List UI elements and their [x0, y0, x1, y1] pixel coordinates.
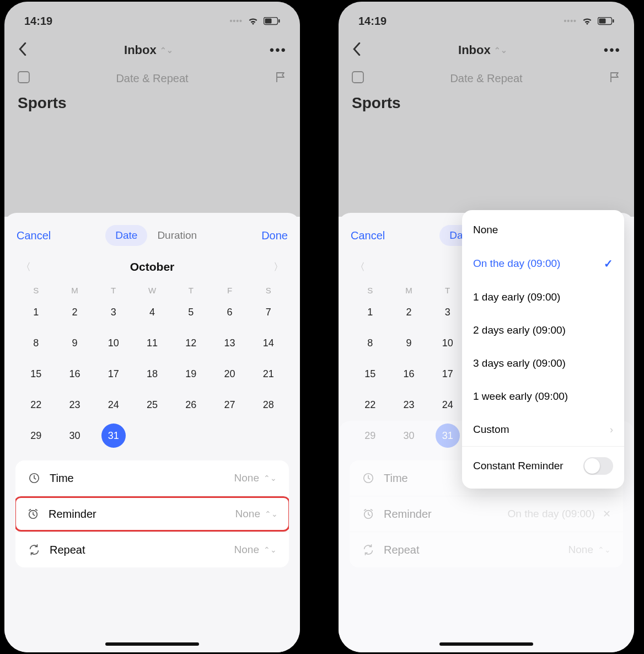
day-cell[interactable]: 2: [55, 302, 94, 323]
day-cell[interactable]: 17: [94, 363, 133, 384]
done-button[interactable]: Done: [261, 229, 288, 242]
wifi-icon: [581, 17, 593, 25]
day-cell[interactable]: 17: [428, 363, 467, 384]
day-cell[interactable]: 13: [210, 333, 249, 353]
day-cell[interactable]: 1: [17, 302, 55, 323]
day-cell[interactable]: 8: [17, 333, 55, 353]
weekday: M: [389, 286, 428, 295]
popover-on-the-day[interactable]: On the day (09:00)✓: [462, 246, 624, 281]
checkbox-icon[interactable]: [352, 71, 364, 85]
prev-month-icon[interactable]: 〈: [355, 260, 365, 274]
title-updown-icon: ⌃⌄: [494, 46, 507, 55]
day-cell[interactable]: 18: [133, 363, 171, 384]
day-cell[interactable]: 21: [249, 363, 288, 384]
day-cell[interactable]: 16: [389, 363, 428, 384]
popover-custom[interactable]: Custom›: [462, 413, 624, 446]
day-cell[interactable]: 20: [210, 363, 249, 384]
day-cell[interactable]: 2: [389, 302, 428, 323]
time-value: None: [234, 472, 259, 484]
task-title[interactable]: Sports: [4, 91, 300, 115]
day-cell[interactable]: 24: [428, 394, 467, 415]
day-cell[interactable]: 23: [389, 394, 428, 415]
day-cell[interactable]: 4: [133, 302, 171, 323]
popover-label: 1 week early (09:00): [473, 390, 568, 403]
prev-month-icon[interactable]: 〈: [21, 260, 31, 274]
cancel-button[interactable]: Cancel: [17, 229, 51, 242]
day-cell[interactable]: 29: [17, 425, 55, 446]
popover-1-day[interactable]: 1 day early (09:00): [462, 281, 624, 314]
home-indicator[interactable]: [105, 642, 199, 646]
back-icon[interactable]: [352, 42, 362, 58]
day-cell[interactable]: 15: [17, 363, 55, 384]
day-cell[interactable]: 6: [210, 302, 249, 323]
svg-rect-9: [352, 72, 363, 83]
popover-2-days[interactable]: 2 days early (09:00): [462, 314, 624, 347]
flag-icon[interactable]: [609, 71, 621, 85]
more-icon[interactable]: •••: [270, 42, 287, 58]
cell-dots-icon: ••••: [229, 17, 243, 25]
options-card: Time None⌃⌄ Reminder None⌃⌄ Repeat None⌃…: [15, 460, 289, 567]
day-cell[interactable]: 14: [249, 333, 288, 353]
flag-icon[interactable]: [275, 71, 287, 85]
popover-constant[interactable]: Constant Reminder: [462, 447, 624, 485]
subheader: Date & Repeat: [339, 66, 634, 91]
time-row[interactable]: Time None⌃⌄: [15, 460, 289, 496]
updown-icon: ⌃⌄: [265, 510, 278, 518]
popover-label: On the day (09:00): [473, 258, 560, 270]
day-cell[interactable]: 22: [17, 394, 55, 415]
day-cell[interactable]: 1: [351, 302, 389, 323]
segment-date[interactable]: Date: [105, 225, 147, 246]
day-cell[interactable]: 7: [249, 302, 288, 323]
checkbox-icon[interactable]: [18, 71, 30, 85]
app-header: Inbox ⌃⌄ •••: [339, 35, 634, 66]
repeat-label: Repeat: [50, 544, 85, 556]
day-cell[interactable]: 31: [94, 425, 133, 446]
segment-duration[interactable]: Duration: [147, 225, 207, 246]
popover-none[interactable]: None: [462, 213, 624, 246]
updown-icon: ⌃⌄: [264, 545, 277, 554]
day-cell[interactable]: 25: [133, 394, 171, 415]
nav-title[interactable]: Inbox: [458, 43, 491, 57]
day-cell[interactable]: 10: [94, 333, 133, 353]
svg-rect-3: [18, 72, 29, 83]
clock-icon: [28, 471, 41, 485]
day-cell[interactable]: 19: [171, 363, 210, 384]
back-icon[interactable]: [18, 42, 28, 58]
day-cell[interactable]: 30: [55, 425, 94, 446]
reminder-row[interactable]: Reminder None⌃⌄: [15, 496, 289, 532]
day-cell[interactable]: 9: [389, 333, 428, 353]
popover-label: 1 day early (09:00): [473, 291, 560, 303]
time-label: Time: [50, 472, 74, 485]
day-cell[interactable]: 22: [351, 394, 389, 415]
task-title[interactable]: Sports: [339, 91, 634, 115]
status-bar: 14:19 ••••: [339, 2, 634, 35]
day-cell[interactable]: 5: [171, 302, 210, 323]
weekday: S: [249, 286, 288, 295]
constant-toggle[interactable]: [583, 457, 613, 475]
more-icon[interactable]: •••: [604, 42, 621, 58]
home-indicator[interactable]: [439, 642, 533, 646]
day-cell[interactable]: 16: [55, 363, 94, 384]
day-cell[interactable]: 15: [351, 363, 389, 384]
day-cell[interactable]: 3: [428, 302, 467, 323]
next-month-icon[interactable]: 〉: [273, 260, 283, 274]
nav-title[interactable]: Inbox: [124, 43, 157, 57]
day-cell[interactable]: 12: [171, 333, 210, 353]
day-cell[interactable]: 9: [55, 333, 94, 353]
day-cell[interactable]: 11: [133, 333, 171, 353]
title-updown-icon: ⌃⌄: [160, 46, 173, 55]
alarm-icon: [26, 507, 40, 521]
popover-3-days[interactable]: 3 days early (09:00): [462, 347, 624, 380]
day-cell[interactable]: 3: [94, 302, 133, 323]
day-cell[interactable]: 23: [55, 394, 94, 415]
day-cell[interactable]: 24: [94, 394, 133, 415]
cancel-button[interactable]: Cancel: [351, 229, 385, 242]
day-cell[interactable]: 8: [351, 333, 389, 353]
repeat-value: None: [234, 544, 259, 556]
day-cell[interactable]: 26: [171, 394, 210, 415]
repeat-row[interactable]: Repeat None⌃⌄: [15, 532, 289, 567]
day-cell[interactable]: 28: [249, 394, 288, 415]
popover-1-week[interactable]: 1 week early (09:00): [462, 380, 624, 413]
day-cell[interactable]: 27: [210, 394, 249, 415]
day-cell[interactable]: 10: [428, 333, 467, 353]
